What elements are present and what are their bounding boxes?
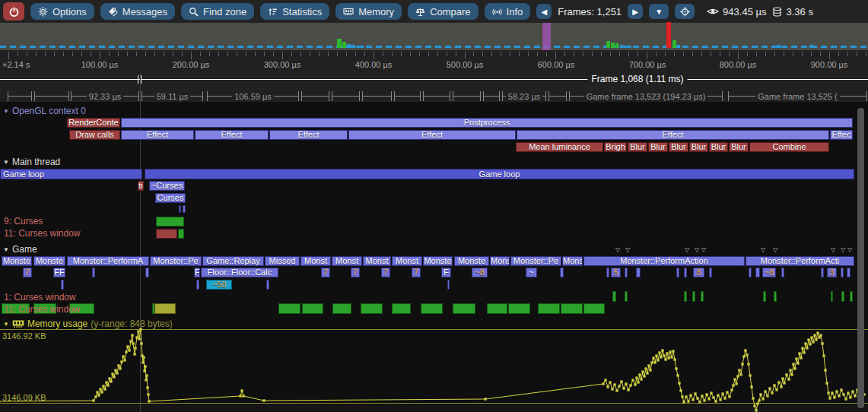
goto-frame-button[interactable] [675, 4, 695, 19]
zone[interactable] [709, 268, 712, 277]
frame-dropdown-button[interactable]: ▼ [649, 4, 669, 19]
zone[interactable]: Game loop [145, 169, 854, 179]
frame-bar[interactable] [625, 46, 628, 48]
zone[interactable]: ~50 [206, 280, 232, 290]
zone[interactable] [821, 268, 824, 277]
zone[interactable]: 7 [321, 268, 330, 277]
frame-bar[interactable] [611, 43, 615, 48]
zone[interactable]: Blur [648, 142, 668, 152]
zone[interactable]: Missed [265, 256, 300, 266]
ruler-segment[interactable] [423, 91, 450, 101]
zone[interactable]: Effect [269, 130, 348, 140]
zone[interactable] [625, 291, 628, 302]
zone-collapse-marker[interactable]: ▽ [701, 247, 706, 253]
zone[interactable]: Effect [348, 130, 516, 140]
zone[interactable] [560, 268, 564, 277]
zone[interactable] [684, 291, 687, 302]
zone[interactable] [612, 291, 616, 302]
zone[interactable] [421, 303, 443, 314]
ruler-segment[interactable]: 92.33 µs [71, 91, 139, 101]
zone[interactable] [676, 268, 679, 277]
zone[interactable]: 7 [412, 268, 421, 277]
zone[interactable] [332, 303, 351, 314]
zone[interactable]: Monst [332, 256, 362, 266]
frame-time-graph[interactable] [0, 23, 868, 50]
zone[interactable] [847, 268, 851, 277]
zone[interactable] [92, 268, 95, 277]
zone[interactable] [755, 268, 760, 277]
zone[interactable]: Monste [33, 256, 65, 266]
compare-button[interactable]: Compare [408, 3, 478, 20]
zone[interactable]: F [194, 268, 200, 277]
zone[interactable] [392, 303, 411, 314]
zone[interactable]: Floor::Floor::Calc [201, 268, 278, 277]
zone-collapse-marker[interactable]: ▽ [615, 247, 620, 253]
zone[interactable] [278, 303, 300, 314]
zone[interactable] [196, 280, 199, 290]
zone[interactable] [508, 303, 530, 314]
zone[interactable]: Blur [729, 142, 749, 152]
zone[interactable]: ~ [526, 268, 537, 277]
frame-bar[interactable] [356, 46, 359, 48]
zone[interactable]: Blur [689, 142, 708, 152]
zone[interactable] [831, 291, 833, 302]
frame-bar[interactable] [347, 44, 351, 48]
ruler-segment[interactable] [548, 91, 567, 101]
opengl-context-header[interactable]: ▼ OpenGL context 0 [3, 106, 86, 116]
frame-bar[interactable] [361, 46, 364, 48]
options-button[interactable]: Options [30, 3, 94, 20]
zone[interactable]: Effect [121, 130, 194, 140]
zone[interactable] [447, 280, 450, 290]
zone[interactable] [538, 303, 560, 314]
frame-bar[interactable] [777, 45, 781, 48]
zone[interactable]: Effec [830, 130, 853, 140]
zone[interactable]: Monster::PerformAction [583, 256, 745, 266]
zone[interactable] [487, 303, 507, 314]
zone[interactable]: Monster::Pe [150, 256, 202, 266]
zone[interactable]: F [441, 268, 451, 277]
zone[interactable]: Monste [423, 256, 453, 266]
zone[interactable]: Mons [490, 256, 510, 266]
frame-bar[interactable] [629, 46, 631, 48]
zone[interactable]: Game loop [0, 169, 142, 179]
zone[interactable] [156, 217, 184, 227]
zone[interactable] [302, 303, 323, 314]
main-thread-header[interactable]: ▼ Main thread [3, 157, 60, 167]
zone[interactable] [156, 229, 177, 239]
frame-bar[interactable] [677, 45, 680, 48]
zone[interactable]: Monster::PerformA [67, 256, 149, 266]
ruler-segment[interactable] [453, 91, 481, 101]
ruler-segment[interactable]: Game frame 13,523 (194.23 µs) [569, 91, 723, 101]
zone[interactable] [684, 268, 687, 277]
zone[interactable]: ~Curses [149, 181, 185, 191]
zone[interactable]: FF [53, 268, 65, 277]
frame-bar[interactable] [666, 22, 671, 48]
zone[interactable] [179, 205, 181, 213]
zone[interactable]: ~8 [762, 268, 776, 277]
zone[interactable] [701, 291, 704, 302]
ruler-segment[interactable]: 58.23 µs [502, 91, 546, 101]
frame-bar[interactable] [672, 40, 676, 48]
zone[interactable]: 7 [351, 268, 360, 277]
zone[interactable]: Brigh [604, 142, 627, 152]
zone[interactable]: Blur [709, 142, 728, 152]
zone[interactable] [178, 229, 184, 239]
zone[interactable] [583, 303, 605, 314]
frame-bar[interactable] [342, 42, 346, 48]
ruler-segment[interactable]: Game frame 13,525 ( [728, 91, 867, 101]
zone[interactable] [781, 268, 784, 277]
zone[interactable]: Monst [392, 256, 422, 266]
zone-collapse-marker[interactable]: ▽ [685, 247, 689, 253]
game-thread-header[interactable]: ▼ Game [3, 244, 37, 255]
zone[interactable]: ti [138, 181, 144, 191]
zone[interactable] [453, 303, 475, 314]
frame-bar[interactable] [606, 41, 610, 48]
zone[interactable] [361, 303, 383, 314]
zone[interactable] [692, 291, 695, 302]
ruler-segment[interactable] [34, 91, 69, 101]
ruler-segment[interactable] [483, 91, 500, 101]
zone[interactable]: ~8 [472, 268, 488, 277]
zone[interactable]: Curses [155, 193, 186, 203]
zone[interactable] [625, 268, 628, 277]
zone[interactable]: Blur [628, 142, 647, 152]
